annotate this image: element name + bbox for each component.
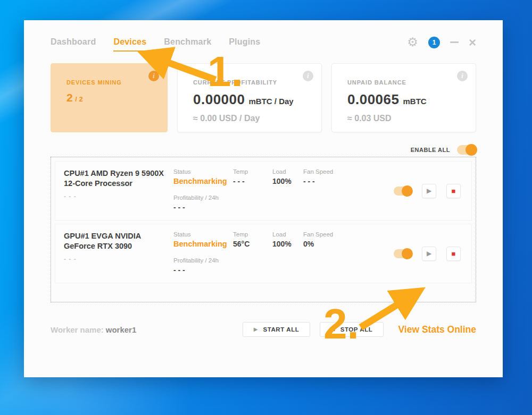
fan-label: Fan Speed [303,231,356,238]
play-icon: ▶ [427,188,431,194]
profitability-value: - - - [173,266,233,274]
temp-label: Temp [233,168,272,175]
device-start-button[interactable]: ▶ [422,184,436,198]
play-icon: ▶ [427,250,431,257]
play-icon: ▶ [254,327,258,332]
enable-all-label: ENABLE ALL [411,147,450,153]
profitability-label: Profitability / 24h [173,257,233,264]
info-icon[interactable]: i [148,71,159,81]
toggle-knob [466,144,477,156]
device-subtext: - - - [64,256,168,263]
card-current-profitability: CURRENT PROFITABILITY 0.00000 mBTC / Day… [177,63,322,132]
status-value: Benchmarking [173,240,233,248]
card-label: CURRENT PROFITABILITY [193,79,321,86]
device-start-button[interactable]: ▶ [422,247,436,261]
info-icon[interactable]: i [303,71,313,81]
profitability-value: - - - [173,203,233,211]
status-label: Status [173,168,233,175]
status-value: Benchmarking [173,177,233,185]
tab-devices[interactable]: Devices [113,37,146,52]
worker-name-value: worker1 [106,325,137,334]
balance-usd: ≈ 0.03 USD [347,114,476,123]
start-all-button[interactable]: ▶ START ALL [243,322,311,337]
footer-bar: Worker name:worker1 ▶ START ALL ■ STOP A… [51,322,476,337]
nav-tabs: Dashboard Devices Benchmark Plugins [51,37,260,52]
device-list: CPU#1 AMD Ryzen 9 5900X 12-Core Processo… [51,157,476,302]
stat-cards: DEVICES MINING 2 / 2 i CURRENT PROFITABI… [51,63,476,132]
window-controls: ⚙ 1 × [407,36,476,48]
app-window: Dashboard Devices Benchmark Plugins ⚙ 1 … [24,20,503,377]
balance-value: 0.00065 [347,91,399,108]
tab-plugins[interactable]: Plugins [229,37,260,52]
device-enable-toggle[interactable] [394,249,412,258]
devices-mining-value: 2 [66,91,73,104]
stop-icon: ■ [452,188,456,194]
device-row-gpu: GPU#1 EVGA NVIDIA GeForce RTX 3090 - - -… [55,224,472,283]
temp-label: Temp [233,231,272,238]
temp-value: 56°C [233,240,272,248]
info-icon[interactable]: i [457,71,468,81]
device-name: GPU#1 EVGA NVIDIA GeForce RTX 3090 [64,231,168,251]
worker-name-label: Worker name: [51,325,104,334]
fan-value: - - - [303,177,356,185]
load-label: Load [272,231,303,238]
settings-gear-icon[interactable]: ⚙ [407,36,418,48]
stop-all-button[interactable]: ■ STOP ALL [320,322,384,337]
profitability-value: 0.00000 [193,91,245,108]
minimize-button[interactable] [450,41,459,43]
profitability-unit: mBTC / Day [248,97,293,106]
tab-dashboard[interactable]: Dashboard [51,37,96,52]
stop-icon: ■ [452,250,456,257]
device-row-cpu: CPU#1 AMD Ryzen 9 5900X 12-Core Processo… [55,161,472,221]
devices-mining-total: / 2 [75,95,82,103]
view-stats-online-link[interactable]: View Stats Online [398,324,476,335]
device-stop-button[interactable]: ■ [446,247,461,261]
fan-value: 0% [303,240,356,248]
start-all-label: START ALL [263,326,299,333]
tab-benchmark[interactable]: Benchmark [164,37,211,52]
device-stop-button[interactable]: ■ [446,184,461,198]
load-value: 100% [272,240,303,248]
profitability-usd: ≈ 0.00 USD / Day [193,114,321,123]
toggle-knob [402,185,413,197]
notification-badge[interactable]: 1 [428,37,440,48]
device-name: CPU#1 AMD Ryzen 9 5900X 12-Core Processo… [64,168,168,189]
load-label: Load [272,168,303,175]
card-devices-mining: DEVICES MINING 2 / 2 i [51,63,168,132]
close-button[interactable]: × [469,37,476,47]
device-enable-toggle[interactable] [394,187,412,196]
load-value: 100% [272,177,303,185]
device-subtext: - - - [64,193,168,200]
profitability-label: Profitability / 24h [173,194,233,201]
temp-value: - - - [233,177,272,185]
card-label: UNPAID BALANCE [347,79,476,86]
enable-all-toggle[interactable] [457,145,476,155]
enable-all-row: ENABLE ALL [51,145,476,155]
stop-all-label: STOP ALL [340,326,373,333]
card-unpaid-balance: UNPAID BALANCE 0.00065 mBTC ≈ 0.03 USD i [331,63,476,132]
fan-label: Fan Speed [303,168,356,175]
worker-name: Worker name:worker1 [51,325,136,334]
toggle-knob [402,248,413,259]
status-label: Status [173,231,233,238]
balance-unit: mBTC [403,97,426,106]
stop-icon: ■ [331,326,335,333]
titlebar: Dashboard Devices Benchmark Plugins ⚙ 1 … [24,20,503,52]
desktop: { "titlebar": { "tabs": [ { "label": "Da… [0,0,532,415]
